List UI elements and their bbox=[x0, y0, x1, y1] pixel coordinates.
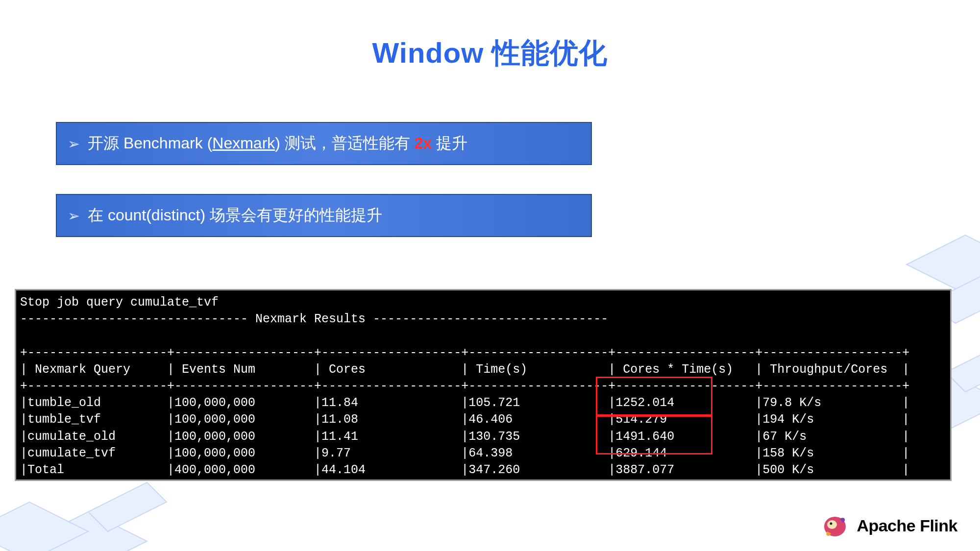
bullet-point-1: ➢ 开源 Benchmark (Nexmark) 测试，普适性能有 2x 提升 bbox=[56, 122, 592, 165]
terminal-data-row: |cumulate_old |100,000,000 |11.41 |130.7… bbox=[20, 430, 909, 444]
terminal-data-row: |cumulate_tvf |100,000,000 |9.77 |64.398… bbox=[20, 446, 909, 460]
terminal-line: +-------------------+-------------------… bbox=[20, 479, 909, 481]
brand-label: Apache Flink bbox=[857, 516, 957, 535]
svg-marker-3 bbox=[88, 482, 167, 531]
terminal-line: +-------------------+-------------------… bbox=[20, 346, 909, 360]
terminal-header-row: | Nexmark Query | Events Num | Cores | T… bbox=[20, 362, 909, 377]
terminal-data-row: |tumble_tvf |100,000,000 |11.08 |46.406 … bbox=[20, 412, 909, 427]
terminal-line: Stop job query cumulate_tvf bbox=[20, 295, 219, 310]
slide-title: Window 性能优化 bbox=[0, 34, 980, 72]
terminal-data-row: |Total |400,000,000 |44.104 |347.260 |38… bbox=[20, 463, 909, 477]
terminal-data-row: |tumble_old |100,000,000 |11.84 |105.721… bbox=[20, 396, 909, 410]
chevron-right-icon: ➢ bbox=[68, 135, 80, 152]
footer-brand: Apache Flink bbox=[821, 512, 957, 539]
terminal-line: +-------------------+-------------------… bbox=[20, 379, 909, 393]
svg-marker-0 bbox=[0, 541, 88, 551]
bullet-1-text: 开源 Benchmark (Nexmark) 测试，普适性能有 2x 提升 bbox=[88, 133, 467, 154]
highlight-2x: 2x bbox=[415, 134, 432, 152]
bullet-point-2: ➢ 在 count(distinct) 场景会有更好的性能提升 bbox=[56, 194, 592, 237]
chevron-right-icon: ➢ bbox=[68, 207, 80, 224]
svg-point-10 bbox=[830, 523, 833, 525]
bullet-2-text: 在 count(distinct) 场景会有更好的性能提升 bbox=[88, 205, 382, 226]
svg-marker-1 bbox=[29, 512, 147, 551]
svg-marker-4 bbox=[906, 235, 980, 294]
terminal-output: Stop job query cumulate_tvf ------------… bbox=[15, 289, 952, 481]
svg-point-9 bbox=[827, 520, 837, 529]
terminal-line: ------------------------------- Nexmark … bbox=[20, 312, 608, 326]
nexmark-link[interactable]: Nexmark bbox=[212, 134, 275, 152]
svg-marker-2 bbox=[0, 502, 88, 551]
flink-logo-icon bbox=[821, 512, 849, 539]
